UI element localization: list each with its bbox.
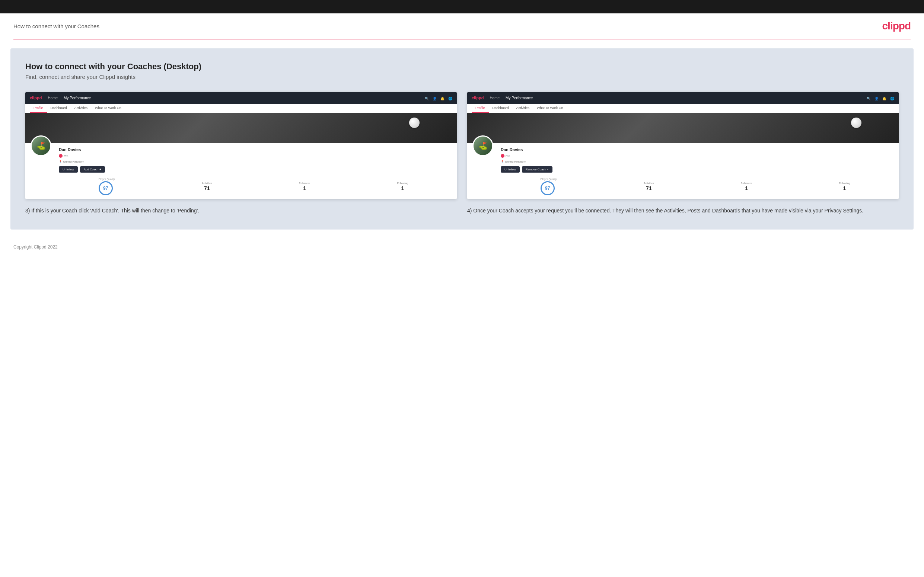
copyright: Copyright Clippd 2022 — [13, 244, 58, 250]
mock-banner-1 — [25, 113, 457, 143]
profile-info-2: Dan Davies Pro United Kingdom Unfollow — [501, 146, 893, 172]
role-label-1: Pro — [64, 155, 68, 158]
role-badge-2: Pro — [501, 154, 510, 158]
action-btns-1: Unfollow Add Coach + — [59, 166, 452, 172]
stat-activities-label-2: Activities — [644, 182, 654, 185]
mock-stats-2: Player Quality 97 Activities 71 Follower… — [467, 178, 899, 199]
search-icon-2[interactable] — [867, 95, 871, 101]
screenshot-frame-2: clippd Home My Performance Profile Dashb… — [467, 92, 899, 199]
stat-activities-label-1: Activities — [202, 182, 212, 185]
profile-name-2: Dan Davies — [501, 147, 893, 152]
logo: clippd — [882, 20, 911, 32]
stat-quality-label-1: Player Quality — [99, 178, 115, 181]
header-title: How to connect with your Coaches — [13, 23, 99, 29]
profile-name-1: Dan Davies — [59, 147, 452, 152]
remove-coach-button-2[interactable]: Remove Coach × — [522, 166, 552, 172]
stat-following-label-2: Following — [839, 182, 850, 185]
stat-quality-value-1: 97 — [99, 181, 113, 195]
header: How to connect with your Coaches clippd — [0, 13, 924, 39]
mock-logo-2: clippd — [472, 96, 484, 100]
caption-2: 4) Once your Coach accepts your request … — [467, 206, 899, 214]
unfollow-button-1[interactable]: Unfollow — [59, 166, 78, 172]
tab-activities-2[interactable]: Activities — [513, 104, 533, 113]
screenshot-frame-1: clippd Home My Performance Profile Dashb… — [25, 92, 457, 199]
user-icon-2[interactable] — [874, 95, 879, 101]
location-2: United Kingdom — [501, 160, 893, 163]
stat-quality-value-2: 97 — [541, 181, 555, 195]
screenshot-col-2: clippd Home My Performance Profile Dashb… — [467, 92, 899, 214]
stat-quality-label-2: Player Quality — [541, 178, 557, 181]
mock-banner-img-1 — [25, 113, 457, 143]
tab-profile-1[interactable]: Profile — [30, 104, 47, 113]
top-bar — [0, 0, 924, 13]
location-text-1: United Kingdom — [63, 160, 84, 163]
avatar-1 — [31, 135, 52, 156]
mock-profile-area-2: Dan Davies Pro United Kingdom Unfollow — [467, 143, 899, 199]
mock-banner-2 — [467, 113, 899, 143]
stat-followers-value-2: 1 — [741, 185, 752, 191]
stat-followers-1: Followers 1 — [299, 182, 310, 191]
mock-nav-right-2 — [867, 95, 894, 101]
role-label-2: Pro — [506, 155, 510, 158]
screenshot-col-1: clippd Home My Performance Profile Dashb… — [25, 92, 457, 214]
header-divider — [13, 39, 911, 39]
tab-what-to-work-on-2[interactable]: What To Work On — [533, 104, 567, 113]
stat-followers-value-1: 1 — [299, 185, 310, 191]
tab-profile-2[interactable]: Profile — [472, 104, 489, 113]
mock-tabs-1: Profile Dashboard Activities What To Wor… — [25, 104, 457, 113]
bell-icon-1[interactable] — [440, 95, 444, 101]
stat-quality-1: Player Quality 97 — [99, 178, 115, 195]
globe-icon-2[interactable] — [890, 95, 894, 101]
mock-banner-img-2 — [467, 113, 899, 143]
avatar-2 — [472, 135, 493, 156]
stat-following-1: Following 1 — [397, 182, 409, 191]
tab-dashboard-2[interactable]: Dashboard — [489, 104, 513, 113]
tab-activities-1[interactable]: Activities — [71, 104, 92, 113]
stat-followers-2: Followers 1 — [741, 182, 752, 191]
mock-profile-section-1: Dan Davies Pro United Kingdom Unfollow — [25, 143, 457, 178]
mock-profile-section-2: Dan Davies Pro United Kingdom Unfollow — [467, 143, 899, 178]
search-icon-1[interactable] — [425, 95, 429, 101]
main-subtitle: Find, connect and share your Clippd insi… — [25, 74, 899, 80]
user-icon-1[interactable] — [433, 95, 437, 101]
stat-activities-2: Activities 71 — [644, 182, 654, 191]
bell-icon-2[interactable] — [882, 95, 887, 101]
footer: Copyright Clippd 2022 — [0, 239, 924, 256]
main-content: How to connect with your Coaches (Deskto… — [10, 48, 914, 229]
role-badge-1: Pro — [59, 154, 68, 158]
stat-following-label-1: Following — [397, 182, 409, 185]
stat-following-value-1: 1 — [397, 185, 409, 191]
action-btns-2: Unfollow Remove Coach × — [501, 166, 893, 172]
avatar-wrap-2 — [472, 135, 493, 156]
stat-followers-label-2: Followers — [741, 182, 752, 185]
mock-nav-performance-1[interactable]: My Performance — [64, 96, 91, 100]
mock-nav-right-1 — [425, 95, 452, 101]
role-icon-2 — [501, 154, 504, 158]
stat-following-value-2: 1 — [839, 185, 850, 191]
pin-icon-2 — [501, 160, 504, 163]
tab-what-to-work-on-1[interactable]: What To Work On — [91, 104, 125, 113]
location-1: United Kingdom — [59, 160, 452, 163]
mock-logo-1: clippd — [30, 96, 42, 100]
globe-icon-1[interactable] — [448, 95, 452, 101]
role-icon-1 — [59, 154, 63, 158]
location-text-2: United Kingdom — [505, 160, 526, 163]
main-title: How to connect with your Coaches (Deskto… — [25, 62, 899, 71]
stat-following-2: Following 1 — [839, 182, 850, 191]
mock-profile-area-1: Dan Davies Pro United Kingdom Unfollow — [25, 143, 457, 199]
unfollow-button-2[interactable]: Unfollow — [501, 166, 520, 172]
stat-activities-value-1: 71 — [202, 185, 212, 191]
pin-icon-1 — [59, 160, 62, 163]
add-coach-button-1[interactable]: Add Coach + — [80, 166, 105, 172]
stat-activities-value-2: 71 — [644, 185, 654, 191]
mock-nav-home-2[interactable]: Home — [489, 96, 499, 100]
avatar-wrap-1 — [31, 135, 52, 156]
mock-nav-performance-2[interactable]: My Performance — [506, 96, 533, 100]
mock-nav-home-1[interactable]: Home — [48, 96, 58, 100]
stat-followers-label-1: Followers — [299, 182, 310, 185]
stat-activities-1: Activities 71 — [202, 182, 212, 191]
caption-1: 3) If this is your Coach click 'Add Coac… — [25, 206, 457, 214]
mock-stats-1: Player Quality 97 Activities 71 Follower… — [25, 178, 457, 199]
tab-dashboard-1[interactable]: Dashboard — [47, 104, 71, 113]
stat-quality-2: Player Quality 97 — [541, 178, 557, 195]
